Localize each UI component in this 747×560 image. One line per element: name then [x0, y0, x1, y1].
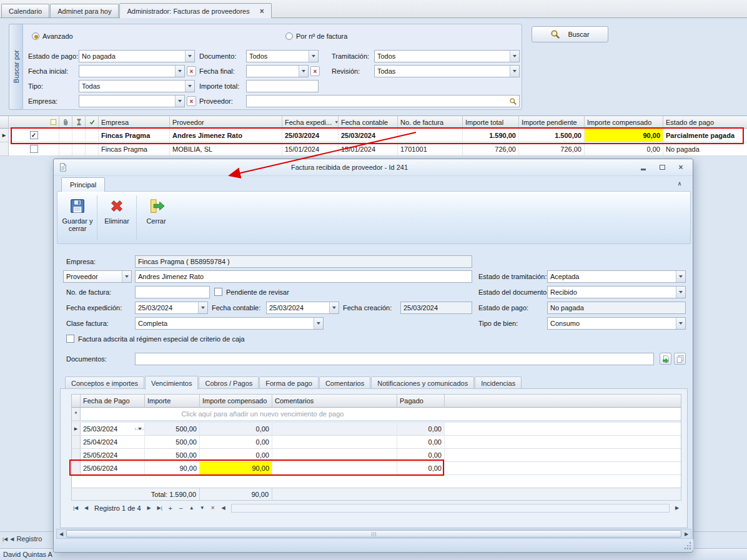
venc-row[interactable]: 25/05/2024 500,00 0,00 0,00 — [72, 449, 681, 462]
checkbox-unchecked[interactable] — [214, 288, 222, 296]
chevron-down-icon[interactable] — [299, 66, 308, 77]
estado-tramitacion-select[interactable]: Aceptada — [547, 270, 686, 283]
cell-importe[interactable]: 90,00 — [145, 462, 200, 475]
radio-por-numero[interactable]: Por nº de factura — [285, 32, 347, 40]
tab-administrador-facturas[interactable]: Administrador: Facturas de proveedores × — [119, 3, 271, 18]
venc-row[interactable]: 25/04/2024 500,00 0,00 0,00 — [72, 436, 681, 449]
cell-importe-total[interactable]: 726,00 — [463, 142, 519, 156]
cell-comentarios[interactable] — [272, 449, 397, 462]
scrollbar-thumb[interactable] — [66, 530, 681, 538]
cell-pagado[interactable]: 0,00 — [397, 423, 445, 436]
nav-remove-icon[interactable]: − — [177, 504, 186, 513]
pending-cell[interactable] — [72, 142, 86, 156]
column-header-proveedor[interactable]: Proveedor — [170, 115, 282, 129]
nav-first-icon[interactable]: |◀ — [71, 504, 80, 513]
fecha-final-select[interactable] — [246, 65, 309, 77]
attachment-column-header[interactable] — [59, 115, 72, 129]
tab-vencimientos[interactable]: Vencimientos — [145, 376, 198, 390]
row-select-cell[interactable]: ✓ — [9, 129, 59, 142]
empresa-select[interactable] — [79, 95, 185, 107]
revised-cell[interactable] — [86, 142, 99, 156]
cell-importe[interactable]: 500,00 — [145, 449, 200, 462]
chevron-down-icon[interactable] — [314, 318, 323, 329]
nav-prev-icon[interactable]: ◀ — [82, 504, 91, 513]
nav-last-icon[interactable]: ▶| — [156, 504, 164, 513]
venc-horizontal-scrollbar[interactable] — [231, 504, 670, 513]
resize-grip[interactable] — [683, 541, 691, 549]
cell-comentarios[interactable] — [272, 462, 397, 475]
no-factura-input[interactable] — [135, 286, 210, 298]
chevron-down-icon[interactable] — [676, 287, 685, 298]
cell-comentarios[interactable] — [272, 423, 397, 436]
chevron-down-icon[interactable] — [510, 51, 519, 62]
ribbon-collapse-icon[interactable]: ∧ — [674, 179, 685, 189]
row-select-cell[interactable] — [9, 142, 59, 156]
close-button[interactable]: × — [674, 162, 688, 173]
pending-cell[interactable] — [72, 129, 86, 142]
tab-conceptos-e-importes[interactable]: Conceptos e importes — [65, 376, 144, 389]
chevron-down-icon[interactable] — [185, 81, 194, 92]
cell-proveedor[interactable]: MOBILIA, SL — [170, 142, 282, 156]
attachment-cell[interactable] — [59, 129, 72, 142]
checkbox-unchecked[interactable] — [66, 335, 74, 343]
revised-cell[interactable] — [86, 129, 99, 142]
cell-importe-compensado[interactable]: 0,00 — [585, 142, 663, 156]
chevron-down-icon[interactable] — [676, 271, 685, 282]
nav-cancel-icon[interactable]: × — [209, 504, 217, 513]
scroll-left-icon[interactable]: ◀ — [57, 529, 66, 538]
tab-principal[interactable]: Principal — [61, 177, 105, 192]
cell-importe-compensado[interactable]: 90,00 — [585, 129, 663, 142]
cell-pagado[interactable]: 0,00 — [397, 462, 445, 475]
buscar-button[interactable]: Buscar — [532, 26, 608, 42]
tab-forma-de-pago[interactable]: Forma de pago — [259, 376, 319, 389]
column-header-importe-total[interactable]: Importe total — [463, 115, 519, 129]
cell-importe-compensado[interactable]: 90,00 — [200, 462, 272, 475]
tramitacion-select[interactable]: Todos — [374, 50, 520, 62]
column-header-importe[interactable]: Importe — [145, 395, 200, 408]
cell-importe-compensado[interactable]: 0,00 — [200, 436, 272, 449]
cell-estado-pago[interactable]: Parcialmente pagada — [663, 129, 747, 142]
search-icon[interactable] — [509, 96, 519, 107]
tab-comentarios[interactable]: Comentarios — [319, 376, 370, 389]
chevron-down-icon[interactable] — [175, 96, 184, 107]
proveedor-input[interactable] — [246, 95, 520, 107]
pending-column-header[interactable] — [72, 115, 86, 129]
cell-fecha-contable[interactable]: 15/01/2024 — [339, 142, 398, 156]
cell-pagado[interactable]: 0,00 — [397, 449, 445, 462]
cell-no-factura[interactable] — [398, 129, 463, 142]
column-header-fecha-contable[interactable]: Fecha contable — [339, 115, 398, 129]
documento-select[interactable]: Todos — [246, 50, 319, 62]
tab-cobros-pagos[interactable]: Cobros / Pagos — [199, 376, 259, 389]
column-header-comentarios[interactable]: Comentarios — [272, 395, 397, 408]
estado-de-pago-select[interactable]: No pagada — [79, 50, 195, 62]
importe-total-input[interactable] — [246, 80, 319, 92]
attach-document-button[interactable] — [660, 353, 671, 365]
cell-fecha-contable[interactable]: 25/03/2024 — [339, 129, 398, 142]
tab-notificaciones[interactable]: Notificaciones y comunicados — [371, 376, 474, 389]
guardar-y-cerrar-button[interactable]: Guardar y cerrar — [61, 194, 94, 242]
chevron-down-icon[interactable] — [510, 66, 519, 77]
dialog-titlebar[interactable]: Factura recibida de proveedor - Id 241 × — [54, 159, 693, 176]
cell-no-factura[interactable]: 1701001 — [398, 142, 463, 156]
column-header-empresa[interactable]: Empresa — [99, 115, 170, 129]
fecha-inicial-clear-icon[interactable]: × — [187, 66, 196, 76]
attachment-cell[interactable] — [59, 142, 72, 156]
scroll-right-icon[interactable]: ▶ — [682, 529, 691, 538]
column-header-fecha-expedicion[interactable]: Fecha expedi...▼ — [282, 115, 339, 129]
cell-importe-compensado[interactable]: 0,00 — [200, 423, 272, 436]
new-row[interactable]: * Click aquí para añadir un nuevo vencim… — [72, 408, 681, 421]
proveedor-input[interactable]: Andres Jimenez Rato — [135, 270, 472, 283]
fecha-contable-picker[interactable]: 25/03/2024 — [266, 302, 339, 314]
proveedor-selector-button[interactable]: Proveedor — [63, 270, 132, 283]
minimize-button[interactable] — [636, 162, 650, 173]
chevron-down-icon[interactable] — [135, 428, 144, 430]
scroll-left-icon[interactable]: ◀ — [219, 504, 228, 513]
cell-empresa[interactable]: Fincas Pragma — [99, 142, 170, 156]
tab-adminet-para-hoy[interactable]: Adminet para hoy — [50, 4, 119, 17]
radio-avanzado[interactable]: Avanzado — [32, 32, 73, 40]
column-header-fecha-pago[interactable]: Fecha de Pago — [81, 395, 145, 408]
maximize-button[interactable] — [655, 162, 669, 173]
tab-calendario[interactable]: Calendario — [1, 4, 49, 17]
dialog-horizontal-scrollbar[interactable]: ◀ ▶ — [56, 529, 691, 539]
fecha-expedicion-picker[interactable]: 25/03/2024 — [135, 302, 208, 314]
